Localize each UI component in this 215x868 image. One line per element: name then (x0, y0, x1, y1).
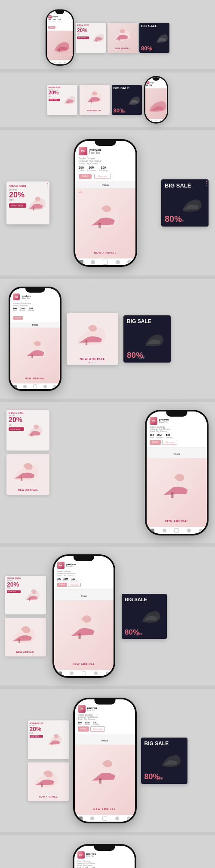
post-card-sale-1: BIG SALE 80% OFF (139, 23, 169, 53)
svg-rect-8 (31, 354, 33, 358)
section-6: SPECIAL OFFER get upto 20% OFF SHOP NOW (0, 547, 215, 686)
post-card-sale-med: BIG SALE 80% OFF (123, 315, 171, 363)
svg-rect-4 (68, 102, 69, 104)
big-phone-center: PX pxelyou Pixel You Graphic Designer In… (74, 139, 137, 267)
left-col-sec7: SPECIAL OFFER get upto 20% OFF SHOP NOW (28, 720, 69, 801)
offer-card-sm2: SPECIAL OFFER get upto 20% OFF SHOP NOW (6, 410, 49, 451)
post-card-new-med: NEW ARRIVAL (67, 313, 118, 365)
big-phone-right: PX pxelyou Pixel You Graphic Designer In… (145, 410, 209, 535)
left-cards-col: SPECIAL OFFER get upto 20% OFF SHOP NOW (6, 410, 49, 495)
svg-rect-14 (18, 639, 20, 643)
svg-rect-5 (90, 101, 91, 103)
offer-card-sec7: SPECIAL OFFER get upto 20% OFF SHOP NOW (28, 720, 69, 759)
svg-rect-15 (78, 633, 80, 639)
section-1: PX pxelyou 100posts 10Mfollowers 100foll… (0, 4, 215, 69)
section-8: SPECIAL OFFER get upto 20% OFF SHOP NOW … (0, 835, 215, 868)
post-card-sale-2: BIG SALE 80% OFF (112, 85, 142, 115)
svg-rect-1 (59, 49, 60, 51)
section-5: SPECIAL OFFER get upto 20% OFF SHOP NOW (0, 402, 215, 543)
phone-mockup-2: PX pxelyou 100posts 10Mfollowers (144, 76, 168, 124)
svg-rect-11 (21, 477, 22, 481)
big-avatar: PX (79, 147, 87, 155)
post-card-offer-1: SPECIAL OFFER get upto 20% OFF SHOP NOW (76, 23, 106, 53)
big-phone-sec6: PX pxelyou Pixel You Graphic Designer In… (52, 554, 115, 678)
sale-card-sec6: BIG SALE 80% OFF (122, 594, 167, 639)
page-container: PX pxelyou 100posts 10Mfollowers 100foll… (0, 0, 215, 868)
section-7: SPECIAL OFFER get upto 20% OFF SHOP NOW (0, 689, 215, 832)
sale-card-sec7: BIG SALE 80% OFF (141, 738, 187, 784)
phone-username: pxelyou (52, 16, 58, 18)
svg-rect-9 (86, 340, 87, 345)
svg-rect-7 (98, 223, 101, 228)
left-stack-2: SPECIAL OFFER get upto 20% OFF SHOP NOW (5, 576, 46, 656)
big-phone-sec8: PX pxelyou Pixel You Graphic Designer In… (73, 844, 136, 868)
svg-rect-17 (41, 783, 43, 787)
post-card-new-1: NEW ARRIVAL (108, 23, 138, 53)
new-arrival-sec7: NEW ARRIVAL (28, 762, 69, 801)
section-4: PX pxelyou Pixel You Instagram Post Mock… (0, 279, 215, 399)
new-arrival-sm2: NEW ARRIVAL (6, 454, 49, 495)
big-sale-card: BIG SALE 80% OFF (161, 179, 209, 227)
post-card-new-2: NEW ARRIVAL (80, 85, 110, 115)
svg-rect-13 (29, 598, 30, 601)
svg-rect-6 (33, 207, 34, 211)
new-arrival-sec6: NEW ARRIVAL (5, 618, 46, 656)
phone-mockup-med: PX pxelyou Pixel You Instagram Post Mock… (9, 287, 61, 391)
big-offer-card: SPECIAL OFFER get upto 20% OFF SHOP NOW (6, 181, 49, 224)
svg-rect-3 (119, 39, 120, 41)
section-3: SPECIAL OFFER get upto 20% OFF SHOP NOW (0, 130, 215, 275)
phone-mockup-1: PX pxelyou 100posts 10Mfollowers 100foll… (46, 9, 74, 66)
svg-rect-2 (96, 39, 97, 42)
offer-card-sec6: SPECIAL OFFER get upto 20% OFF SHOP NOW (5, 576, 46, 614)
big-phone-sec7: PX pxelyou Pixel You Graphic Designer In… (73, 698, 137, 823)
post-card-offer-2: SPECIAL OFFER get upto 20% OFF SHOP NOW (47, 85, 77, 115)
section-2: SPECIAL OFFER get upto 20% OFF SHOP NOW (0, 73, 215, 127)
svg-rect-12 (171, 492, 173, 498)
svg-rect-10 (31, 434, 32, 437)
svg-rect-18 (99, 778, 101, 784)
svg-rect-16 (52, 743, 52, 745)
